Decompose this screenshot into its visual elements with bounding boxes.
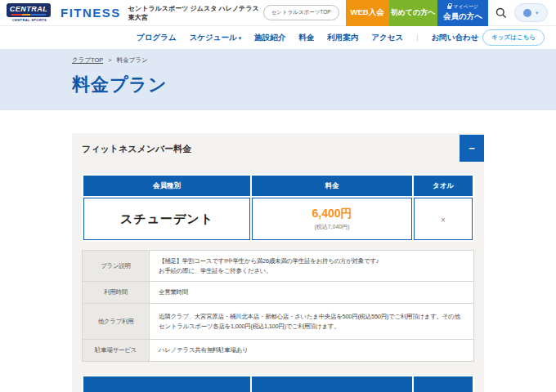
detail-value: ハレノテラス共有無料駐車場あり (150, 340, 474, 362)
club-name: セントラルスポーツ ジムスタ ハレノテラス東大宮 (128, 4, 263, 22)
chevron-down-icon: ▾ (239, 35, 242, 41)
chevron-down-icon: ▾ (536, 10, 539, 16)
col-header-price: 料金 (252, 176, 412, 196)
page-title: 料金プラン (72, 73, 556, 97)
detail-value: 【補足】学割コースです!!中学生から満26歳未満の学生証をお持ちの方が対象です♪… (150, 251, 474, 282)
price-cell: 6,400円 (税込7,040円) (252, 198, 412, 240)
detail-label: 駐車場サービス (83, 340, 150, 362)
price-table: 会員種別 料金 タオル スチューデント 6,400円 (税込7,040円) × (82, 174, 474, 242)
member-type-cell: スチューデント (83, 198, 250, 240)
detail-label: 他クラブ利用 (83, 304, 150, 340)
col-header-towel: タオル (414, 176, 473, 196)
nav-item-price[interactable]: 料金 (298, 33, 314, 43)
table-row: 駐車場サービス ハレノテラス共有無料駐車場あり (83, 340, 474, 362)
main-nav: プログラム スケジュール▾ 施設紹介 料金 利用案内 アクセス | お問い合わせ… (0, 26, 556, 49)
price-table-header-row: 会員種別 料金 タオル (83, 176, 473, 196)
central-sports-logo[interactable]: CENTRAL CENTRAL SPORTS (7, 3, 52, 22)
kids-button[interactable]: キッズはこちら (482, 29, 545, 46)
cross-icon: × (441, 216, 446, 225)
first-time-label: 初めての方へ (391, 7, 436, 18)
col-header-member-type: 会員種別 (83, 376, 250, 392)
breadcrumb: クラブTOP > 料金プラン (72, 56, 556, 65)
logo-mark: CENTRAL (7, 3, 51, 17)
price-value: 6,400円 (253, 207, 411, 221)
towel-cell: × (414, 198, 473, 240)
accordion-header[interactable]: フィットネスメンバー料金 − (82, 135, 474, 163)
breadcrumb-separator: > (108, 56, 111, 64)
breadcrumb-home-link[interactable]: クラブTOP (72, 56, 103, 64)
members-label: 会員の方へ (443, 11, 482, 22)
logo-subtext: CENTRAL SPORTS (7, 18, 52, 22)
col-header-price: 料金 (252, 376, 412, 392)
logo-stripes (11, 14, 46, 16)
price-tax-value: (税込7,040円) (253, 223, 411, 231)
detail-value: 近隣クラブ、大宮宮原店・桶川北本店・新都心店・さいたま中央店を500円(税込55… (150, 304, 474, 340)
plan-detail-table: プラン説明 【補足】学割コースです!!中学生から満26歳未満の学生証をお持ちの方… (82, 250, 474, 362)
search-icon[interactable] (495, 6, 508, 20)
page-hero: クラブTOP > 料金プラン 料金プラン (0, 49, 556, 110)
page: CENTRAL CENTRAL SPORTS FITNESS セントラルスポーツ… (0, 0, 556, 392)
mypage-label: マイページ (453, 3, 478, 11)
member-type-value: スチューデント (84, 212, 249, 227)
language-selector[interactable]: ▾ (514, 3, 548, 22)
lock-icon (447, 6, 451, 9)
next-price-table: 会員種別 料金 タオル (82, 375, 474, 392)
fitness-member-price-section: フィットネスメンバー料金 − 会員種別 料金 タオル スチューデント 6,400… (72, 133, 484, 392)
nav-item-schedule[interactable]: スケジュール▾ (190, 33, 242, 43)
section-title: フィットネスメンバー料金 (82, 143, 191, 155)
detail-line: 【補足】学割コースです!!中学生から満26歳未満の学生証をお持ちの方が対象です♪ (159, 256, 464, 266)
detail-label: プラン説明 (83, 251, 150, 282)
price-table-row: スチューデント 6,400円 (税込7,040円) × (83, 198, 473, 240)
detail-label: 利用時間 (83, 282, 150, 304)
nav-item-access[interactable]: アクセス (371, 33, 403, 43)
detail-value: 全営業時間 (150, 282, 474, 304)
first-time-button[interactable]: 初めての方へ (389, 0, 437, 26)
next-price-table-header-row: 会員種別 料金 タオル (83, 376, 473, 392)
breadcrumb-current: 料金プラン (117, 56, 148, 64)
central-sports-top-button[interactable]: セントラルスポーツTOP (263, 5, 339, 20)
detail-line: お手続の際に、学生証をご持参ください。 (159, 266, 464, 276)
minus-icon: − (469, 142, 475, 154)
nav-links: プログラム スケジュール▾ 施設紹介 料金 利用案内 アクセス | お問い合わせ (137, 33, 478, 43)
globe-icon (523, 9, 531, 17)
fitness-brand-link[interactable]: FITNESS (61, 6, 121, 20)
nav-item-guide[interactable]: 利用案内 (327, 33, 358, 43)
nav-separator: | (416, 33, 418, 42)
col-header-member-type: 会員種別 (83, 176, 250, 196)
col-header-towel: タオル (414, 376, 473, 392)
table-row: 利用時間 全営業時間 (83, 282, 474, 304)
members-mypage-button[interactable]: マイページ 会員の方へ (437, 0, 489, 26)
mypage-row: マイページ (447, 3, 478, 11)
web-join-label: WEB入会 (350, 7, 383, 18)
logo-text: CENTRAL (10, 5, 48, 13)
web-join-button[interactable]: WEB入会 (346, 0, 389, 26)
table-row: 他クラブ利用 近隣クラブ、大宮宮原店・桶川北本店・新都心店・さいたま中央店を50… (83, 304, 474, 340)
nav-item-facility[interactable]: 施設紹介 (254, 33, 285, 43)
nav-item-program[interactable]: プログラム (137, 33, 177, 43)
nav-item-contact[interactable]: お問い合わせ (432, 33, 479, 43)
table-row: プラン説明 【補足】学割コースです!!中学生から満26歳未満の学生証をお持ちの方… (83, 251, 474, 282)
collapse-button[interactable]: − (460, 135, 484, 162)
top-header: CENTRAL CENTRAL SPORTS FITNESS セントラルスポーツ… (0, 0, 556, 26)
